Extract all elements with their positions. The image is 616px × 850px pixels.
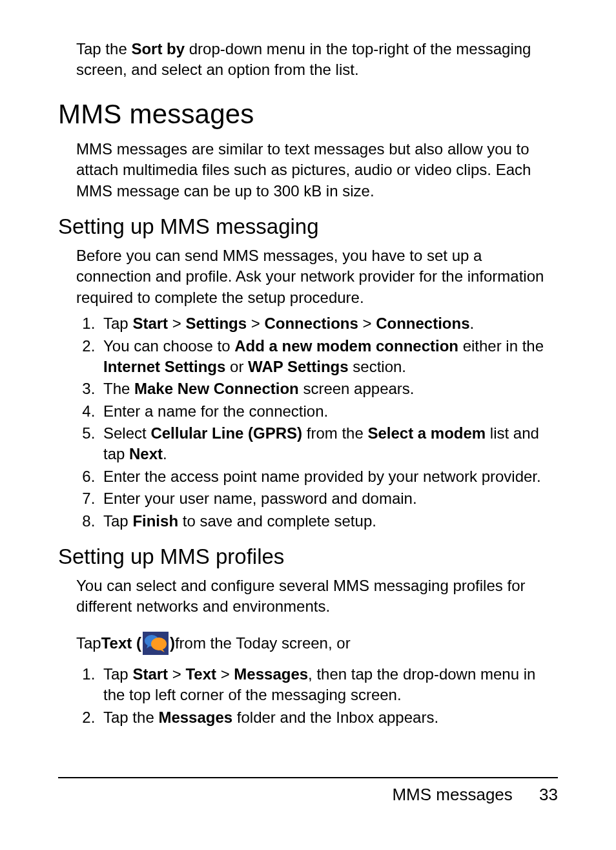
bold-term: Text ( — [101, 633, 141, 654]
profiles-steps-list: Tap Start > Text > Messages, then tap th… — [76, 664, 558, 728]
text: Select — [103, 424, 150, 442]
list-item: You can choose to Add a new modem connec… — [99, 336, 558, 378]
bold-term: Messages — [234, 665, 308, 683]
text: from the — [302, 424, 367, 442]
bold-term: Start — [132, 665, 168, 683]
text: Tap — [103, 665, 132, 683]
text: Tap the — [103, 709, 158, 726]
list-item: Enter a name for the connection. — [99, 401, 558, 422]
text: Tap the — [76, 40, 131, 57]
text: > — [168, 665, 185, 683]
bold-term: Internet Settings — [103, 358, 225, 375]
bold-term: Make New Connection — [134, 380, 299, 397]
text: > — [247, 315, 264, 332]
tap-text-line: Tap Text ( ) from the Today screen, or — [76, 632, 351, 655]
text: Tap — [103, 315, 132, 332]
list-item: Tap Finish to save and complete setup. — [99, 511, 558, 532]
bold-term: Next — [129, 445, 163, 462]
footer-divider — [58, 777, 558, 778]
text: > — [358, 315, 376, 332]
list-item: The Make New Connection screen appears. — [99, 378, 558, 399]
text: > — [216, 665, 234, 683]
messaging-icon — [143, 632, 169, 655]
text: either in the — [458, 337, 544, 355]
text: . — [163, 445, 167, 462]
text: . — [470, 315, 475, 332]
footer-text: MMS messages 33 — [58, 785, 558, 805]
bold-term: Text — [185, 665, 216, 683]
text: Tap — [76, 633, 101, 654]
heading-mms-messages: MMS messages — [58, 99, 558, 130]
heading-setting-up-mms-messaging: Setting up MMS messaging — [58, 214, 558, 239]
bold-term: Connections — [264, 315, 358, 332]
bold-term: Sort by — [131, 40, 185, 57]
bold-term: Messages — [158, 709, 232, 726]
bold-term: Finish — [132, 512, 178, 530]
bold-term: ) — [170, 633, 175, 654]
bold-term: Start — [132, 315, 168, 332]
bold-term: Cellular Line (GPRS) — [150, 424, 302, 442]
text: section. — [349, 358, 406, 375]
profiles-description: You can select and configure several MMS… — [76, 575, 558, 617]
list-item: Tap Start > Text > Messages, then tap th… — [99, 664, 558, 706]
text: You can choose to — [103, 337, 234, 355]
page-footer: MMS messages 33 — [58, 777, 558, 805]
text: folder and the Inbox appears. — [232, 709, 438, 726]
bold-term: Settings — [185, 315, 247, 332]
bold-term: Add a new modem connection — [234, 337, 458, 355]
list-item: Tap Start > Settings > Connections > Con… — [99, 313, 558, 334]
text: from the Today screen, or — [175, 633, 351, 654]
list-item: Select Cellular Line (GPRS) from the Sel… — [99, 423, 558, 465]
list-item: Tap the Messages folder and the Inbox ap… — [99, 707, 558, 728]
svg-point-2 — [151, 638, 167, 650]
mms-description: MMS messages are similar to text message… — [76, 139, 558, 202]
footer-title: MMS messages — [392, 785, 512, 804]
list-item: Enter the access point name provided by … — [99, 466, 558, 487]
setup-description: Before you can send MMS messages, you ha… — [76, 245, 558, 308]
bold-term: WAP Settings — [248, 358, 349, 375]
text: Tap — [103, 512, 132, 530]
page-number: 33 — [539, 785, 558, 804]
intro-paragraph: Tap the Sort by drop-down menu in the to… — [76, 39, 558, 81]
heading-setting-up-mms-profiles: Setting up MMS profiles — [58, 544, 558, 569]
text: or — [225, 358, 248, 375]
text: screen appears. — [299, 380, 415, 397]
text: to save and complete setup. — [178, 512, 376, 530]
bold-term: Select a modem — [367, 424, 486, 442]
bold-term: Connections — [376, 315, 469, 332]
text: The — [103, 380, 134, 397]
list-item: Enter your user name, password and domai… — [99, 488, 558, 509]
setup-steps-list: Tap Start > Settings > Connections > Con… — [76, 313, 558, 532]
text: > — [168, 315, 185, 332]
document-page: Tap the Sort by drop-down menu in the to… — [0, 0, 616, 850]
